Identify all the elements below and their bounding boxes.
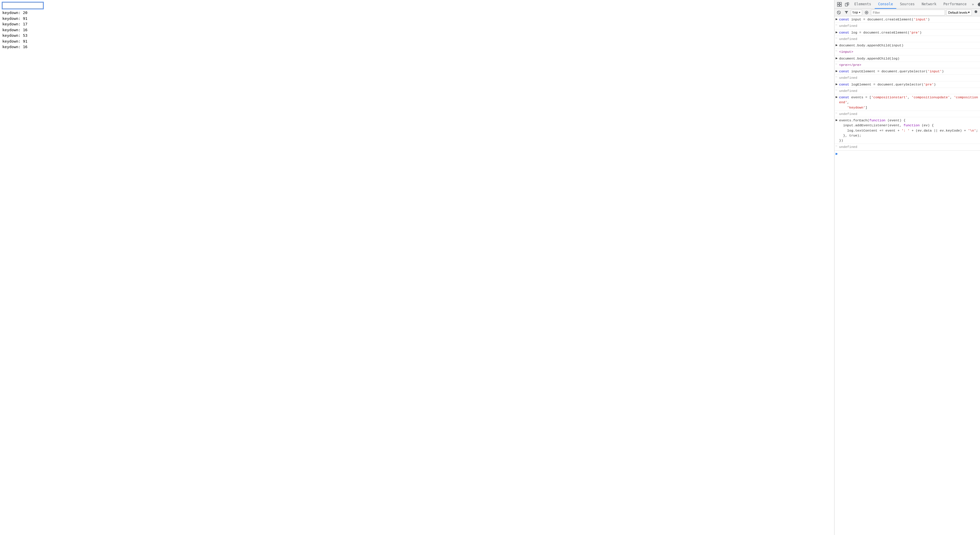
entry-content: undefined bbox=[839, 75, 980, 81]
console-settings-button[interactable] bbox=[973, 9, 979, 16]
entry-content: undefined bbox=[839, 88, 980, 94]
more-tabs-button[interactable]: » bbox=[970, 0, 975, 9]
entry-content: const events = ['compositionstart', 'com… bbox=[839, 94, 980, 110]
entry-content: const inputElement = document.querySelec… bbox=[839, 68, 980, 74]
inspect-element-button[interactable] bbox=[835, 1, 843, 8]
tab-sources[interactable]: Sources bbox=[896, 0, 918, 9]
entry-content: const log = document.createElement('pre'… bbox=[839, 30, 980, 35]
entry-content: document.body.appendChild(input) bbox=[839, 43, 980, 48]
tab-console[interactable]: Console bbox=[875, 0, 897, 9]
console-entry: ← undefined bbox=[834, 88, 980, 94]
svg-rect-3 bbox=[840, 5, 842, 6]
console-entry: ← <pre></pre> bbox=[834, 62, 980, 68]
entry-expand-icon[interactable]: ▶ bbox=[834, 43, 839, 47]
devtools-panel: Elements Console Sources Network Perform… bbox=[834, 0, 980, 535]
levels-dropdown-icon: ▾ bbox=[968, 11, 970, 14]
console-entry: ← <input> bbox=[834, 49, 980, 55]
entry-return-icon: ← bbox=[834, 88, 839, 92]
console-entry: ← undefined bbox=[834, 75, 980, 81]
entry-content: events.forEach(function (event) { input.… bbox=[839, 118, 980, 143]
devtools-top-icons bbox=[975, 1, 980, 8]
entry-content: document.body.appendChild(log) bbox=[839, 56, 980, 61]
prompt-arrow-icon: ▶ bbox=[835, 151, 838, 156]
console-prompt: ▶ bbox=[834, 151, 980, 157]
entry-return-icon: ← bbox=[834, 144, 839, 148]
console-entry: ▶ const input = document.createElement('… bbox=[834, 16, 980, 23]
entry-return-icon: ← bbox=[834, 23, 839, 27]
devtools-toolbar: Elements Console Sources Network Perform… bbox=[834, 0, 980, 9]
console-entry: ▶ const logElement = document.querySelec… bbox=[834, 81, 980, 88]
page-area: keydown: 20 keydown: 91 keydown: 17 keyd… bbox=[0, 0, 834, 535]
console-toolbar: top ▾ Default levels ▾ bbox=[834, 9, 980, 16]
default-levels-label: Default levels bbox=[948, 11, 967, 14]
entry-expand-icon[interactable]: ▶ bbox=[834, 82, 839, 86]
entry-content: const logElement = document.querySelecto… bbox=[839, 82, 980, 87]
entry-content: <input> bbox=[839, 49, 980, 54]
entry-expand-icon[interactable]: ▶ bbox=[834, 118, 839, 122]
console-entry: ▶ const log = document.createElement('pr… bbox=[834, 29, 980, 36]
clear-console-button[interactable] bbox=[835, 10, 842, 16]
entry-expand-icon[interactable]: ▶ bbox=[834, 30, 839, 34]
devtools-tabs: Elements Console Sources Network Perform… bbox=[851, 0, 975, 9]
entry-expand-icon[interactable]: ▶ bbox=[834, 17, 839, 21]
entry-return-icon: ← bbox=[834, 62, 839, 65]
filter-toggle-button[interactable] bbox=[843, 10, 850, 16]
entry-return-icon: ← bbox=[834, 36, 839, 40]
settings-button[interactable] bbox=[975, 1, 980, 8]
tab-elements[interactable]: Elements bbox=[851, 0, 875, 9]
svg-rect-2 bbox=[837, 5, 839, 6]
console-entry: ▶ document.body.appendChild(log) bbox=[834, 56, 980, 62]
entry-expand-icon[interactable]: ▶ bbox=[834, 56, 839, 60]
console-entry: ▶ const events = ['compositionstart', 'c… bbox=[834, 94, 980, 111]
entry-expand-icon[interactable]: ▶ bbox=[834, 68, 839, 73]
default-levels-button[interactable]: Default levels ▾ bbox=[946, 10, 972, 16]
context-value: top bbox=[852, 11, 858, 14]
entry-content: undefined bbox=[839, 23, 980, 29]
filter-input[interactable] bbox=[871, 10, 945, 16]
entry-content: undefined bbox=[839, 36, 980, 42]
console-entry: ← undefined bbox=[834, 111, 980, 117]
device-toggle-button[interactable] bbox=[843, 1, 851, 8]
console-entry: ▶ const inputElement = document.querySel… bbox=[834, 68, 980, 75]
console-entry: ← undefined bbox=[834, 36, 980, 42]
svg-line-10 bbox=[838, 11, 840, 14]
console-output: ▶ const input = document.createElement('… bbox=[834, 16, 980, 535]
svg-rect-1 bbox=[840, 2, 842, 4]
context-selector[interactable]: top ▾ bbox=[851, 10, 862, 16]
svg-rect-5 bbox=[847, 3, 849, 5]
page-log: keydown: 20 keydown: 91 keydown: 17 keyd… bbox=[2, 10, 832, 50]
tab-network[interactable]: Network bbox=[918, 0, 940, 9]
console-prompt-input[interactable] bbox=[839, 152, 979, 156]
entry-return-icon: ← bbox=[834, 75, 839, 78]
entry-expand-icon[interactable]: ▶ bbox=[834, 94, 839, 99]
page-input[interactable] bbox=[2, 2, 43, 9]
tab-performance[interactable]: Performance bbox=[940, 0, 970, 9]
entry-return-icon: ← bbox=[834, 49, 839, 53]
live-expression-button[interactable] bbox=[863, 10, 870, 16]
svg-rect-4 bbox=[845, 3, 848, 6]
context-dropdown-icon: ▾ bbox=[859, 11, 861, 14]
entry-content: const input = document.createElement('in… bbox=[839, 17, 980, 22]
entry-return-icon: ← bbox=[834, 111, 839, 115]
entry-content: <pre></pre> bbox=[839, 62, 980, 68]
console-entry: ← undefined bbox=[834, 144, 980, 150]
svg-rect-0 bbox=[837, 2, 839, 4]
console-entry: ▶ events.forEach(function (event) { inpu… bbox=[834, 117, 980, 144]
entry-content: undefined bbox=[839, 144, 980, 150]
console-entry: ← undefined bbox=[834, 23, 980, 29]
console-entry: ▶ document.body.appendChild(input) bbox=[834, 42, 980, 49]
entry-content: undefined bbox=[839, 111, 980, 117]
